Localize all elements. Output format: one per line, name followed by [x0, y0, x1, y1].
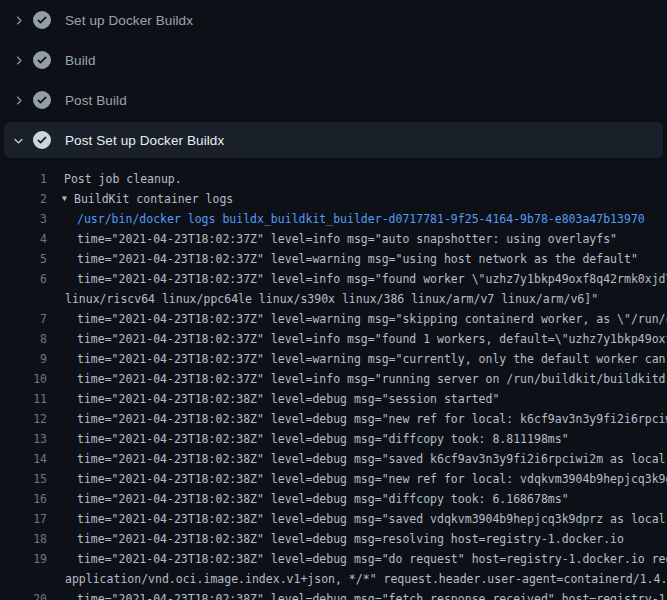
log-line: 7 time="2021-04-23T18:02:37Z" level=warn…: [0, 309, 667, 329]
step-header-set-up-docker-buildx[interactable]: Set up Docker Buildx: [0, 0, 667, 40]
log-line-number[interactable]: 7: [0, 309, 47, 329]
log-line-text: Post job cleanup.: [64, 169, 182, 189]
log-line: 1 Post job cleanup.: [0, 169, 667, 189]
log-line-number[interactable]: 19: [0, 549, 47, 569]
step-label: Post Build: [65, 93, 127, 108]
log-line-text: time="2021-04-23T18:02:38Z" level=debug …: [77, 469, 667, 489]
log-line-text: application/vnd.oci.image.index.v1+json,…: [65, 569, 667, 589]
log-line-text: time="2021-04-23T18:02:37Z" level=info m…: [77, 329, 667, 349]
chevron-right-icon: [12, 54, 25, 67]
log-line: 16 time="2021-04-23T18:02:38Z" level=deb…: [0, 489, 667, 509]
log-line: 20 time="2021-04-23T18:02:38Z" level=deb…: [0, 589, 667, 600]
log-line: 13 time="2021-04-23T18:02:38Z" level=deb…: [0, 429, 667, 449]
log-line: 19 time="2021-04-23T18:02:38Z" level=deb…: [0, 549, 667, 569]
log-group-toggle-icon[interactable]: ▼: [62, 189, 74, 209]
log-line: linux/riscv64 linux/ppc64le linux/s390x …: [0, 289, 667, 309]
log-line-text: time="2021-04-23T18:02:38Z" level=debug …: [77, 549, 667, 569]
step-label: Set up Docker Buildx: [65, 13, 193, 28]
actions-log-panel: Set up Docker Buildx Build Post Build Po…: [0, 0, 667, 600]
log-line: 8 time="2021-04-23T18:02:37Z" level=info…: [0, 329, 667, 349]
log-line-number[interactable]: [0, 569, 47, 589]
step-header-post-set-up-docker-buildx[interactable]: Post Set up Docker Buildx: [4, 122, 663, 158]
chevron-down-icon: [12, 134, 25, 147]
log-line-number[interactable]: 9: [0, 349, 47, 369]
check-circle-icon: [33, 51, 51, 69]
log-line: 15 time="2021-04-23T18:02:38Z" level=deb…: [0, 469, 667, 489]
log-line: 10 time="2021-04-23T18:02:37Z" level=inf…: [0, 369, 667, 389]
log-line-number[interactable]: 12: [0, 409, 47, 429]
step-header-post-build[interactable]: Post Build: [0, 80, 667, 120]
log-line: 17 time="2021-04-23T18:02:38Z" level=deb…: [0, 509, 667, 529]
check-circle-icon: [33, 91, 51, 109]
log-line-text: time="2021-04-23T18:02:38Z" level=debug …: [77, 529, 624, 549]
log-line-text: time="2021-04-23T18:02:38Z" level=debug …: [77, 449, 667, 469]
log-output: 1 Post job cleanup. 2 ▼ BuildKit contain…: [0, 160, 667, 600]
log-line-text: time="2021-04-23T18:02:38Z" level=debug …: [77, 409, 667, 429]
log-line: 4 time="2021-04-23T18:02:37Z" level=info…: [0, 229, 667, 249]
chevron-right-icon: [12, 14, 25, 27]
log-line: 12 time="2021-04-23T18:02:38Z" level=deb…: [0, 409, 667, 429]
log-line-number[interactable]: 13: [0, 429, 47, 449]
log-line: 9 time="2021-04-23T18:02:37Z" level=warn…: [0, 349, 667, 369]
step-header-build[interactable]: Build: [0, 40, 667, 80]
log-line-number[interactable]: 17: [0, 509, 47, 529]
log-line-text: time="2021-04-23T18:02:38Z" level=debug …: [77, 389, 499, 409]
log-line-number[interactable]: 6: [0, 269, 47, 289]
log-line-text: time="2021-04-23T18:02:37Z" level=info m…: [77, 269, 667, 289]
log-line-number[interactable]: 10: [0, 369, 47, 389]
log-line: 5 time="2021-04-23T18:02:37Z" level=warn…: [0, 249, 667, 269]
log-line: 2 ▼ BuildKit container logs: [0, 189, 667, 209]
step-label: Build: [65, 53, 96, 68]
log-line: 11 time="2021-04-23T18:02:38Z" level=deb…: [0, 389, 667, 409]
log-line-text: time="2021-04-23T18:02:37Z" level=info m…: [77, 369, 667, 389]
log-line-number[interactable]: 3: [0, 209, 47, 229]
log-line: 14 time="2021-04-23T18:02:38Z" level=deb…: [0, 449, 667, 469]
log-line-number[interactable]: 15: [0, 469, 47, 489]
log-line-text: linux/riscv64 linux/ppc64le linux/s390x …: [65, 289, 598, 309]
log-line-number[interactable]: 8: [0, 329, 47, 349]
log-line: application/vnd.oci.image.index.v1+json,…: [0, 569, 667, 589]
log-line-text: BuildKit container logs: [74, 189, 233, 209]
steps-list: Set up Docker Buildx Build Post Build Po…: [0, 0, 667, 158]
step-label: Post Set up Docker Buildx: [65, 133, 224, 148]
log-line-text: time="2021-04-23T18:02:37Z" level=warnin…: [77, 309, 667, 329]
log-line-number[interactable]: 16: [0, 489, 47, 509]
log-line: 18 time="2021-04-23T18:02:38Z" level=deb…: [0, 529, 667, 549]
log-line-number[interactable]: 20: [0, 589, 47, 600]
log-line-number[interactable]: 4: [0, 229, 47, 249]
log-line-text: time="2021-04-23T18:02:38Z" level=debug …: [77, 509, 667, 529]
log-line: 6 time="2021-04-23T18:02:37Z" level=info…: [0, 269, 667, 289]
log-line-number[interactable]: 5: [0, 249, 47, 269]
log-line-text: time="2021-04-23T18:02:37Z" level=warnin…: [77, 349, 667, 369]
check-circle-icon: [33, 11, 51, 29]
chevron-right-icon: [12, 94, 25, 107]
check-circle-icon: [33, 131, 51, 149]
log-line-number[interactable]: [0, 289, 47, 309]
log-line-number[interactable]: 11: [0, 389, 47, 409]
log-line-text: time="2021-04-23T18:02:37Z" level=info m…: [77, 229, 617, 249]
log-line-text: time="2021-04-23T18:02:38Z" level=debug …: [77, 489, 569, 509]
log-line-number[interactable]: 18: [0, 529, 47, 549]
log-line-number[interactable]: 2: [0, 189, 47, 209]
log-line: 3 /usr/bin/docker logs buildx_buildkit_b…: [0, 209, 667, 229]
log-line-text: time="2021-04-23T18:02:38Z" level=debug …: [77, 429, 569, 449]
log-line-number[interactable]: 1: [0, 169, 47, 189]
log-line-text: time="2021-04-23T18:02:37Z" level=warnin…: [77, 249, 638, 269]
log-line-text: /usr/bin/docker logs buildx_buildkit_bui…: [77, 209, 645, 229]
log-line-text: time="2021-04-23T18:02:38Z" level=debug …: [77, 589, 667, 600]
log-line-number[interactable]: 14: [0, 449, 47, 469]
